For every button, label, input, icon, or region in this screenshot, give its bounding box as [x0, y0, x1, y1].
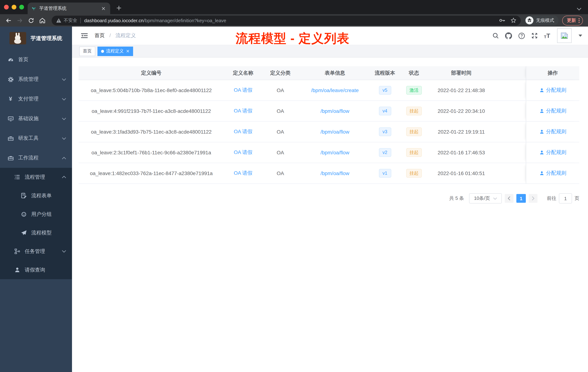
github-icon[interactable] [505, 32, 512, 39]
definition-name-link[interactable]: OA 请假 [234, 149, 252, 155]
bookmark-star-icon[interactable] [511, 17, 516, 23]
briefcase-icon [7, 155, 14, 161]
page-size-select[interactable]: 10条/页 [469, 193, 502, 203]
assign-rule-button[interactable]: 分配规则 [539, 129, 566, 135]
back-button[interactable] [4, 16, 13, 25]
sidebar-item-process-management[interactable]: 流程管理 [0, 168, 72, 186]
deploy-time: 2022-01-22 20:34:10 [430, 108, 493, 114]
sidebar-item-dev-tools[interactable]: 研发工具 [0, 129, 72, 148]
url-path: /bpm/manager/definition?key=oa_leave [144, 18, 226, 23]
sidebar-item-home[interactable]: 首页 [0, 50, 72, 69]
col-header-form-info: 表单信息 [299, 70, 371, 76]
browser-update-button[interactable]: 更新 [562, 15, 583, 25]
form-link[interactable]: /bpm/oa/flow [321, 150, 349, 155]
address-bar[interactable]: 不安全 dashboard.yudao.iocoder.cn/bpm/manag… [52, 15, 521, 25]
tab-search-chevron-icon[interactable] [577, 8, 581, 11]
definition-id: oa_leave:5:004b710b-7b8a-11ec-8ef0-acde4… [79, 87, 224, 93]
pagination: 共 5 条 10条/页 1 前往 页 [79, 193, 579, 203]
version-badge: v1 [379, 169, 391, 178]
forward-button[interactable] [15, 16, 24, 25]
form-link[interactable]: /bpm/oa/flow [321, 108, 349, 114]
definition-name-link[interactable]: OA 请假 [234, 108, 252, 114]
definition-id: oa_leave:2:3c1f0ef1-76b1-11ec-9c66-a2380… [79, 150, 224, 155]
definition-category: OA [262, 108, 299, 114]
incognito-icon [525, 16, 534, 24]
col-header-version: 流程版本 [371, 70, 399, 76]
assign-rule-button[interactable]: 分配规则 [539, 149, 566, 156]
search-icon[interactable] [492, 33, 499, 39]
sidebar-item-label: 工作流程 [18, 155, 62, 161]
reload-button[interactable] [26, 16, 36, 25]
new-tab-button[interactable] [114, 3, 124, 13]
chevron-down-icon [62, 78, 66, 81]
toolbox-icon [7, 135, 14, 142]
minimize-window-button[interactable] [12, 5, 16, 10]
version-badge: v2 [379, 148, 391, 157]
form-link[interactable]: /bpm/oa/flow [321, 129, 349, 135]
definition-name-link[interactable]: OA 请假 [234, 170, 252, 176]
sidebar-item-workflow[interactable]: 工作流程 [0, 148, 72, 168]
font-size-icon[interactable]: TT [544, 33, 550, 39]
avatar[interactable] [557, 28, 572, 43]
sidebar-item-user-group[interactable]: 用户分组 [0, 205, 72, 223]
tag-close-icon[interactable] [126, 50, 129, 53]
sidebar-item-label: 流程表单 [31, 192, 66, 199]
assign-rule-button[interactable]: 分配规则 [539, 87, 566, 94]
tab-favicon-leaf-icon [31, 6, 36, 11]
security-label[interactable]: 不安全 [64, 17, 77, 23]
sidebar-item-label: 基础设施 [18, 115, 62, 122]
list-icon [14, 174, 20, 180]
sidebar-logo[interactable]: 芋道管理系统 [0, 27, 72, 50]
person-icon [14, 267, 20, 273]
warning-triangle-icon[interactable] [56, 18, 62, 23]
deploy-time: 2022-01-16 01:40:51 [430, 170, 493, 176]
deploy-time: 2022-01-22 21:48:38 [430, 87, 493, 93]
definition-name-link[interactable]: OA 请假 [234, 87, 252, 93]
zoom-window-button[interactable] [19, 5, 24, 10]
page-unit-label: 页 [575, 195, 579, 202]
current-page-button[interactable]: 1 [516, 194, 526, 203]
form-link[interactable]: /bpm/oa/flow [321, 170, 349, 176]
definition-category: OA [262, 129, 299, 135]
sidebar-item-payment[interactable]: ¥ 支付管理 [0, 89, 72, 109]
browser-toolbar: 不安全 dashboard.yudao.iocoder.cn/bpm/manag… [0, 14, 588, 27]
sidebar-item-process-model[interactable]: 流程模型 [0, 223, 72, 242]
sidebar-item-infrastructure[interactable]: 基础设施 [0, 109, 72, 129]
browser-tab[interactable]: 芋道管理系统 [28, 2, 110, 14]
goto-page-input[interactable] [559, 193, 572, 203]
sidebar-item-leave-query[interactable]: 请假查询 [0, 261, 72, 279]
screen: 芋道管理系统 不安全 [0, 0, 588, 372]
help-icon[interactable] [518, 32, 525, 39]
form-link[interactable]: /bpm/oa/leave/create [311, 87, 359, 93]
assign-rule-button[interactable]: 分配规则 [539, 108, 566, 114]
definition-name-link[interactable]: OA 请假 [234, 129, 252, 134]
table-row: oa_leave:5:004b710b-7b8a-11ec-8ef0-acde4… [79, 80, 579, 101]
chevron-down-icon [62, 117, 66, 120]
home-button[interactable] [37, 16, 47, 25]
assign-rule-button[interactable]: 分配规则 [539, 170, 566, 176]
prev-page-button[interactable] [505, 194, 514, 203]
incognito-label: 无痕模式 [536, 17, 554, 23]
incognito-badge: 无痕模式 [524, 15, 558, 25]
browser-menu-icon[interactable] [578, 18, 580, 23]
face-icon [20, 211, 27, 217]
next-page-button[interactable] [529, 194, 537, 203]
tab-close-icon[interactable] [100, 5, 106, 12]
collapse-sidebar-icon[interactable] [81, 33, 88, 39]
password-key-icon[interactable] [499, 18, 505, 23]
tag-home[interactable]: 首页 [79, 46, 95, 56]
fullscreen-icon[interactable] [531, 33, 538, 39]
tag-process-definition[interactable]: 流程定义 [97, 46, 133, 56]
avatar-dropdown-caret-icon[interactable] [578, 34, 582, 37]
sidebar-item-system[interactable]: 系统管理 [0, 69, 72, 89]
tags-view-bar: 首页 流程定义 [72, 45, 588, 57]
sidebar-item-label: 请假查询 [25, 267, 66, 273]
status-badge: 激活 [406, 86, 422, 95]
sidebar-item-task-management[interactable]: 任务管理 [0, 242, 72, 261]
sidebar-item-process-form[interactable]: 流程表单 [0, 186, 72, 205]
col-header-definition-name: 定义名称 [224, 70, 262, 76]
logo-title: 芋道管理系统 [31, 35, 62, 42]
breadcrumb-home[interactable]: 首页 [94, 33, 105, 38]
col-header-actions: 操作 [526, 66, 579, 80]
close-window-button[interactable] [4, 5, 9, 10]
